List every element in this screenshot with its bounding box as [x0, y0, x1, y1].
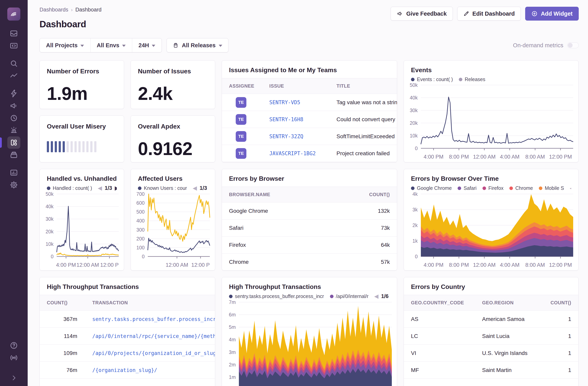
table-cell: TE — [222, 97, 262, 108]
sidebar-item-performance[interactable] — [7, 69, 20, 82]
svg-text:0: 0 — [415, 254, 418, 259]
widget-errors-by-country[interactable]: Errors by Country GEO.COUNTRY_CODEGEO.RE… — [404, 277, 579, 386]
edit-dashboard-button[interactable]: Edit Dashboard — [457, 7, 521, 21]
legend-item[interactable]: Known Users : cour — [138, 185, 187, 191]
widget-affected-users[interactable]: Affected Users Known Users : cour◀1/3▶ 0… — [131, 169, 215, 271]
column-header[interactable]: GEO.COUNTRY_CODE — [404, 300, 475, 306]
table-row[interactable]: TEJAVASCRIPT-1BG2Project creation failed — [222, 145, 397, 162]
table-row[interactable]: 367msentry.tasks.process_buffer.process_… — [40, 311, 215, 328]
legend-item[interactable]: Google Chrome — [411, 185, 452, 191]
column-header[interactable]: COUNT() — [543, 300, 578, 306]
column-header[interactable]: GEO.REGION — [475, 300, 543, 306]
sidebar-item-settings[interactable] — [7, 179, 20, 191]
legend-item[interactable]: Releases — [459, 76, 485, 82]
table-row[interactable]: 76m/{organization_slug}/ — [40, 362, 215, 379]
widget-number-of-errors[interactable]: Number of Errors 1.9m — [40, 60, 124, 109]
chart-legend: Google ChromeSafariFirefoxChromeMobile S… — [411, 185, 571, 191]
filter-bar: All Projects All Envs 24H All Releases O… — [28, 38, 588, 52]
legend-item[interactable]: Mobile S — [539, 185, 564, 191]
sidebar-item-projects[interactable] — [7, 40, 20, 52]
column-header[interactable]: COUNT() — [354, 192, 397, 197]
column-header[interactable]: BROWSER.NAME — [222, 192, 354, 197]
svg-text:4:00 AM: 4:00 AM — [500, 154, 519, 160]
column-header[interactable]: TITLE — [329, 83, 397, 89]
project-filter[interactable]: All Projects — [40, 38, 90, 52]
breadcrumb-root[interactable]: Dashboards — [40, 7, 68, 13]
table-row[interactable]: Chrome57k — [222, 253, 397, 271]
widget-errors-by-browser[interactable]: Errors by Browser BROWSER.NAMECOUNT()Goo… — [222, 169, 397, 271]
svg-text:4:00 PM: 4:00 PM — [56, 262, 76, 268]
legend-item[interactable]: Chrome — [509, 185, 533, 191]
sidebar-item-starfish[interactable] — [7, 87, 20, 100]
table-link[interactable]: SENTRY-32ZQ — [269, 134, 303, 139]
sidebar-item-stats[interactable] — [7, 166, 20, 179]
widget-errors-by-browser-over-time[interactable]: Errors by Browser Over Time Google Chrom… — [404, 169, 579, 271]
widget-high-throughput-chart[interactable]: High Throughput Transactions sentry.task… — [222, 277, 397, 386]
widget-events[interactable]: Events Events : count( )Releases 010k20k… — [404, 60, 579, 162]
legend-item[interactable]: sentry.tasks.process_buffer.process_incr — [229, 294, 324, 299]
trendline-icon — [9, 71, 18, 80]
sidebar-item-user-feedback[interactable] — [7, 100, 20, 112]
sidebar-item-replays[interactable] — [7, 112, 20, 124]
svg-text:0: 0 — [142, 254, 145, 259]
table-row[interactable]: TESENTRY-VD5Tag value was not a strin — [222, 94, 397, 111]
events-chart: 010k20k30k40k50k4:00 PM8:00 PM12:00 AM4:… — [404, 82, 578, 162]
date-range-filter[interactable]: 24H — [132, 38, 162, 52]
table-row[interactable]: Google Chrome132k — [222, 203, 397, 220]
sidebar-item-dashboards[interactable] — [7, 136, 20, 149]
table-link[interactable]: JAVASCRIPT-1BG2 — [269, 151, 316, 157]
legend-item[interactable]: Firefox — [483, 185, 504, 191]
column-header[interactable]: TRANSACTION — [85, 300, 215, 306]
pager-prev-icon[interactable]: ◀ — [374, 293, 378, 299]
pager-prev-icon[interactable]: ◀ — [570, 185, 571, 191]
table-row[interactable]: MFSaint Martin1 — [404, 362, 578, 379]
table-link[interactable]: SENTRY-VD5 — [269, 99, 300, 105]
widget-user-misery[interactable]: Overall User Misery — [40, 115, 124, 162]
table-row[interactable]: 114m/api/0/internal/rpc/{service_name}/{… — [40, 328, 215, 345]
widget-apdex[interactable]: Overall Apdex 0.9162 — [131, 115, 215, 162]
legend-dot-icon — [47, 186, 50, 190]
widget-issues-assigned[interactable]: Issues Assigned to Me or My Teams ASSIGN… — [222, 60, 397, 162]
table-row[interactable]: LCSaint Lucia1 — [404, 328, 578, 345]
table-row[interactable]: Firefox64k — [222, 236, 397, 253]
table-row[interactable]: 109m/api/0/projects/{organization_id_or_… — [40, 345, 215, 362]
pager-next-icon[interactable]: ▶ — [115, 185, 117, 191]
sidebar-item-alerts[interactable] — [7, 124, 20, 136]
table-link[interactable]: /{organization_slug}/ — [92, 367, 157, 373]
sidebar-item-help[interactable] — [7, 339, 20, 352]
legend-item[interactable]: Events : count( ) — [411, 76, 453, 82]
sidebar-collapse[interactable] — [7, 372, 20, 384]
table-row[interactable]: ASAmerican Samoa1 — [404, 311, 578, 328]
give-feedback-button[interactable]: Give Feedback — [391, 7, 453, 21]
table-link[interactable]: /api/0/projects/{organization_id_or_slug… — [92, 350, 215, 356]
sidebar-item-releases[interactable] — [7, 149, 20, 161]
legend-item[interactable]: Handled : count( ) — [47, 185, 92, 191]
widget-number-of-issues[interactable]: Number of Issues 2.4k — [131, 60, 215, 109]
table-cell: Google Chrome — [222, 208, 354, 214]
pager-prev-icon[interactable]: ◀ — [98, 185, 102, 191]
sidebar-item-whats-new[interactable] — [7, 352, 20, 364]
table-link[interactable]: /api/0/internal/rpc/{service_name}/{meth… — [92, 333, 215, 339]
sidebar-item-issues[interactable] — [7, 27, 20, 40]
table-cell: 132k — [354, 208, 397, 214]
column-header[interactable]: ASSIGNEE — [222, 83, 262, 89]
table-row[interactable]: TESENTRY-16H8Could not convert query — [222, 111, 397, 128]
sentry-logo[interactable] — [7, 7, 20, 21]
table-link[interactable]: sentry.tasks.process_buffer.process_incr — [92, 316, 215, 322]
table-row[interactable]: VIU.S. Virgin Islands1 — [404, 345, 578, 362]
environment-filter[interactable]: All Envs — [90, 38, 132, 52]
table-row[interactable]: TESENTRY-32ZQSoftTimeLimitExceeded — [222, 128, 397, 145]
widget-handled-vs-unhandled[interactable]: Handled vs. Unhandled Handled : count( )… — [40, 169, 124, 271]
legend-item[interactable]: Safari — [458, 185, 476, 191]
widget-high-throughput-table[interactable]: High Throughput Transactions COUNT()TRAN… — [40, 277, 215, 386]
releases-filter[interactable]: All Releases — [167, 38, 228, 52]
legend-item[interactable]: /api/0/internal/r — [330, 294, 368, 299]
add-widget-button[interactable]: Add Widget — [525, 7, 579, 21]
table-row[interactable]: Safari73k — [222, 220, 397, 236]
column-header[interactable]: COUNT() — [40, 300, 85, 306]
pager-prev-icon[interactable]: ◀ — [193, 185, 197, 191]
table-link[interactable]: SENTRY-16H8 — [269, 116, 303, 122]
ondemand-metrics-toggle[interactable] — [567, 42, 579, 48]
column-header[interactable]: ISSUE — [262, 83, 329, 89]
sidebar-item-search[interactable] — [7, 57, 20, 69]
